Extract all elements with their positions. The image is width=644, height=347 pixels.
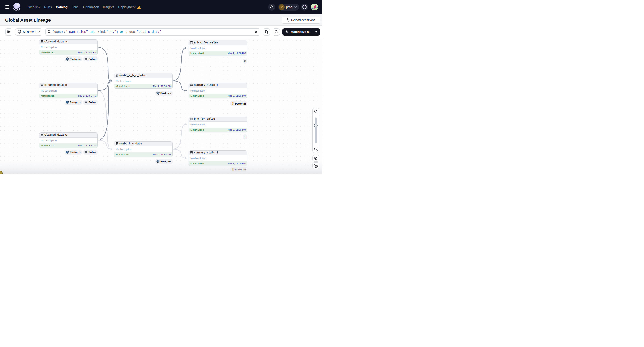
svg-text:?: ?	[304, 5, 305, 8]
